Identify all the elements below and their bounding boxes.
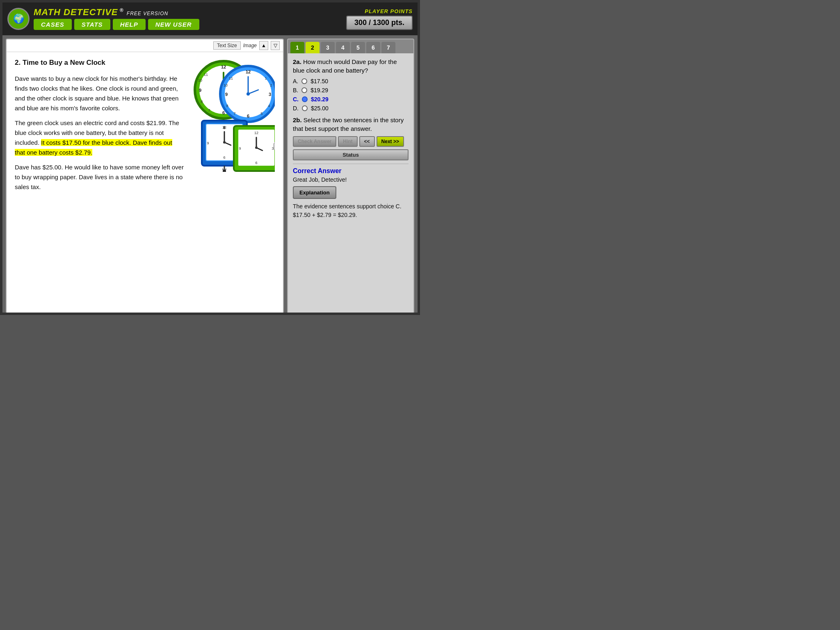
player-points-area: PLAYER POINTS 300 / 1300 pts. <box>346 8 413 30</box>
explanation-text: The evidence sentences support choice C.… <box>293 202 409 219</box>
header-left: 🌍 MATH DETECTIVE ® FREE VERSION CASES ST… <box>7 8 199 30</box>
option-d-radio[interactable] <box>302 105 308 111</box>
svg-text:8: 8 <box>201 100 203 104</box>
question-2a-text: How much would Dave pay for the blue clo… <box>293 58 397 74</box>
option-a-label: A. <box>293 78 298 84</box>
tab-3[interactable]: 3 <box>321 42 335 53</box>
story-content: 2. Time to Buy a New Clock Dave wants to… <box>7 52 283 313</box>
player-points-value: 300 / 1300 pts. <box>346 16 413 30</box>
svg-text:11: 11 <box>229 76 233 80</box>
option-b-label: B. <box>293 87 298 94</box>
player-points-label: PLAYER POINTS <box>346 8 413 14</box>
explanation-button[interactable]: Explanation <box>293 186 336 199</box>
svg-text:1: 1 <box>265 76 267 80</box>
story-paragraph-2: The green clock uses an electric cord an… <box>15 118 184 158</box>
svg-text:9: 9 <box>225 92 228 97</box>
next-button[interactable]: Next >> <box>377 136 404 147</box>
option-c[interactable]: C. $20.29 <box>293 96 409 103</box>
svg-point-54 <box>255 146 258 149</box>
svg-text:5: 5 <box>260 112 262 116</box>
option-c-label: C. <box>293 96 299 103</box>
left-panel: Text Size Image ▲ ▽ 2. Time to Buy a New… <box>6 39 284 314</box>
answer-controls: Check Answer Hint << Next >> <box>293 136 409 147</box>
question-2b-label: 2b. Select the two sentences in the stor… <box>293 116 409 133</box>
prev-button[interactable]: << <box>359 136 375 147</box>
svg-text:12: 12 <box>221 64 226 69</box>
question-2b-text: Select the two sentences in the story th… <box>293 116 404 132</box>
nav-buttons: CASES STATS HELP NEW USER <box>34 19 199 30</box>
right-panel: 1 2 3 4 5 6 7 2a. How much would Dave pa… <box>287 39 414 314</box>
story-paragraph-3: Dave has $25.00. He would like to have s… <box>15 162 184 192</box>
logo-icon: 🌍 <box>7 8 30 30</box>
svg-text:4: 4 <box>268 104 270 108</box>
text-size-bar: Text Size Image ▲ ▽ <box>7 39 283 52</box>
tab-7[interactable]: 7 <box>381 42 395 53</box>
story-paragraph-1: Dave wants to buy a new clock for his mo… <box>15 74 184 113</box>
option-c-radio[interactable] <box>302 96 308 102</box>
svg-text:9: 9 <box>207 141 209 145</box>
option-b-radio[interactable] <box>301 87 307 93</box>
stats-button[interactable]: STATS <box>74 19 110 30</box>
story-title: 2. Time to Buy a New Clock <box>15 57 184 68</box>
svg-text:2: 2 <box>270 83 272 87</box>
header: 🌍 MATH DETECTIVE ® FREE VERSION CASES ST… <box>2 2 418 35</box>
status-button[interactable]: Status <box>293 149 409 160</box>
svg-rect-40 <box>224 126 225 129</box>
tab-6[interactable]: 6 <box>366 42 380 53</box>
image-label: Image <box>243 43 257 48</box>
svg-text:6: 6 <box>247 114 249 119</box>
svg-text:9: 9 <box>199 88 201 93</box>
image-decrease-button[interactable]: ▽ <box>271 41 280 50</box>
image-increase-button[interactable]: ▲ <box>259 41 268 50</box>
svg-text:10: 10 <box>224 83 228 87</box>
svg-text:10: 10 <box>198 78 202 82</box>
svg-text:3: 3 <box>269 92 271 97</box>
option-d[interactable]: D. $25.00 <box>293 105 409 112</box>
svg-point-33 <box>247 92 250 96</box>
svg-rect-56 <box>274 142 275 144</box>
question-2a-label: 2a. How much would Dave pay for the blue… <box>293 57 409 75</box>
option-a[interactable]: A. $17.50 <box>293 78 409 84</box>
option-c-value: $20.29 <box>311 96 329 103</box>
tab-4[interactable]: 4 <box>336 42 350 53</box>
cases-button[interactable]: CASES <box>34 19 72 30</box>
option-b[interactable]: B. $19.29 <box>293 87 409 94</box>
clocks-svg: 12 3 6 9 1 2 4 5 7 8 10 11 <box>189 57 275 172</box>
question-2a-prefix: 2a. <box>293 58 301 65</box>
brand-area: MATH DETECTIVE ® FREE VERSION CASES STAT… <box>34 8 199 30</box>
option-a-radio[interactable] <box>301 78 307 84</box>
correct-answer-label: Correct Answer <box>293 167 409 175</box>
svg-text:6: 6 <box>222 110 225 115</box>
question-area: 2a. How much would Dave pay for the blue… <box>288 53 413 313</box>
svg-text:6: 6 <box>255 161 257 165</box>
help-button[interactable]: HELP <box>113 19 146 30</box>
option-d-value: $25.00 <box>311 105 329 112</box>
svg-text:11: 11 <box>204 73 208 77</box>
story-text: 2. Time to Buy a New Clock Dave wants to… <box>15 57 184 308</box>
svg-text:12: 12 <box>246 69 251 74</box>
clock-illustration: 12 3 6 9 1 2 4 5 7 8 10 11 <box>189 57 275 308</box>
svg-point-43 <box>223 141 226 144</box>
tab-5[interactable]: 5 <box>351 42 365 53</box>
svg-text:9: 9 <box>239 146 241 151</box>
feedback-area: Correct Answer Great Job, Detective! Exp… <box>293 164 409 219</box>
option-b-value: $19.29 <box>310 87 328 94</box>
question-tabs: 1 2 3 4 5 6 7 <box>288 39 413 53</box>
hint-button[interactable]: Hint <box>338 136 357 147</box>
text-size-label: Text Size <box>213 41 241 50</box>
svg-text:6: 6 <box>223 155 225 160</box>
option-a-value: $17.50 <box>310 78 328 84</box>
svg-text:7: 7 <box>233 112 235 116</box>
brand-title: MATH DETECTIVE ® FREE VERSION <box>34 8 199 17</box>
svg-rect-55 <box>274 143 275 150</box>
svg-text:8: 8 <box>226 104 228 108</box>
svg-text:12: 12 <box>254 131 258 135</box>
great-job-text: Great Job, Detective! <box>293 176 409 183</box>
tab-2[interactable]: 2 <box>306 42 320 53</box>
option-d-label: D. <box>293 105 299 112</box>
main-content: Text Size Image ▲ ▽ 2. Time to Buy a New… <box>2 35 418 315</box>
check-answer-button[interactable]: Check Answer <box>293 136 336 147</box>
new-user-button[interactable]: NEW USER <box>148 19 199 30</box>
svg-text:7: 7 <box>208 108 210 112</box>
tab-1[interactable]: 1 <box>290 42 304 53</box>
